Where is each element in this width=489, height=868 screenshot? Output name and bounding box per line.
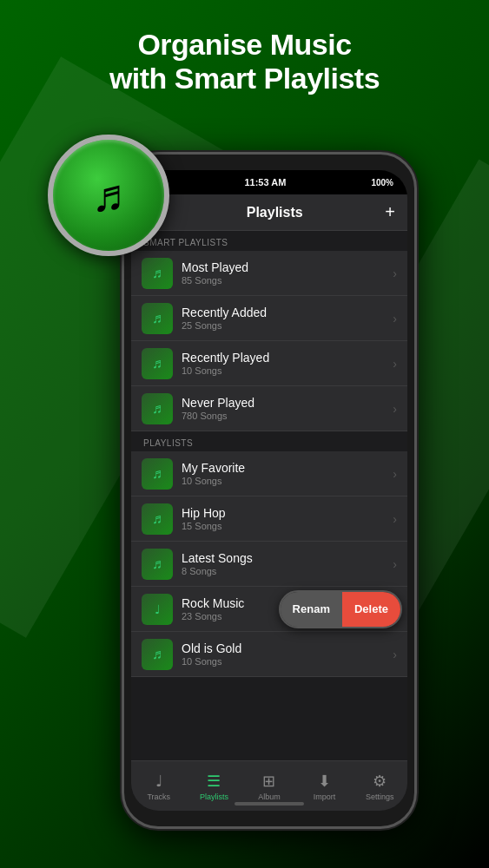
playlist-name: Recently Added	[182, 306, 393, 319]
playlist-count: 10 Songs	[182, 365, 393, 376]
chevron-icon: ›	[393, 648, 397, 661]
nav-title: Playlists	[247, 205, 303, 220]
content-area: SMART PLAYLISTS ♬ Most Played 85 Songs ›…	[131, 231, 407, 677]
rename-button[interactable]: Renam	[281, 592, 342, 627]
chevron-icon: ›	[393, 557, 397, 571]
playlist-name: Recently Played	[182, 351, 393, 365]
playlist-icon: ♬	[142, 303, 173, 334]
list-item[interactable]: ♬ Hip Hop 15 Songs ›	[131, 496, 407, 542]
list-item[interactable]: ♬ Recently Added 25 Songs ›	[131, 296, 407, 341]
chevron-icon: ›	[393, 512, 397, 526]
playlist-icon: ♬	[142, 503, 173, 535]
list-item[interactable]: ♬ Recently Played 10 Songs ›	[131, 341, 407, 386]
phone-frame: ●●● 11:53 AM 100% Edit Playlists + SMART…	[122, 152, 417, 829]
tab-tracks[interactable]: ♩ Tracks	[131, 772, 187, 801]
list-text: Most Played 85 Songs	[182, 260, 393, 286]
status-bar: ●●● 11:53 AM 100%	[131, 170, 407, 194]
list-text: Never Played 780 Songs	[182, 396, 393, 421]
list-text: Recently Played 10 Songs	[182, 351, 393, 376]
playlist-icon: ♩	[142, 594, 173, 625]
playlist-icon: ♬	[142, 258, 173, 289]
playlists-header: PLAYLISTS	[131, 431, 407, 451]
delete-button[interactable]: Delete	[342, 592, 400, 627]
playlist-icon: ♬	[142, 458, 173, 490]
import-icon: ⬇	[318, 772, 331, 791]
status-battery: 100%	[371, 178, 393, 187]
tab-settings[interactable]: ⚙ Settings	[352, 772, 407, 801]
playlist-count: 85 Songs	[182, 275, 393, 286]
album-label: Album	[258, 792, 281, 801]
list-item[interactable]: ♬ My Favorite 10 Songs ›	[131, 451, 407, 496]
add-button[interactable]: +	[385, 202, 395, 222]
import-label: Import	[314, 792, 336, 801]
playlist-name: My Favorite	[182, 461, 393, 475]
playlist-name: Old is Gold	[182, 641, 393, 655]
tracks-icon: ♩	[155, 772, 162, 791]
playlists-icon: ☰	[207, 772, 221, 791]
list-text: Recently Added 25 Songs	[182, 306, 393, 331]
playlist-name: Most Played	[182, 260, 393, 274]
app-icon-symbol: ♬	[92, 173, 126, 218]
playlist-count: 780 Songs	[182, 411, 393, 421]
playlists-label: Playlists	[200, 792, 228, 801]
playlist-count: 10 Songs	[182, 656, 393, 667]
app-icon: ♬	[48, 135, 169, 256]
settings-icon: ⚙	[373, 772, 387, 791]
playlist-count: 8 Songs	[182, 566, 393, 576]
chevron-icon: ›	[393, 266, 397, 280]
list-item[interactable]: ♬ Old is Gold 10 Songs ›	[131, 632, 407, 677]
smart-playlists-header: SMART PLAYLISTS	[131, 231, 407, 251]
playlist-count: 10 Songs	[182, 476, 393, 486]
album-icon: ⊞	[262, 772, 275, 791]
playlist-count: 25 Songs	[182, 320, 393, 331]
chevron-icon: ›	[393, 467, 397, 481]
list-text: Hip Hop 15 Songs	[182, 506, 393, 531]
playlist-name: Latest Songs	[182, 551, 393, 565]
playlist-count: 15 Songs	[182, 521, 393, 531]
swipe-action-container: Renam Delete	[279, 590, 402, 628]
tracks-label: Tracks	[147, 792, 170, 801]
playlist-icon: ♬	[142, 393, 173, 424]
chevron-icon: ›	[393, 402, 397, 416]
list-text: Old is Gold 10 Songs	[182, 641, 393, 667]
tab-import[interactable]: ⬇ Import	[297, 772, 353, 801]
chevron-icon: ›	[393, 357, 397, 371]
list-text: My Favorite 10 Songs	[182, 461, 393, 486]
page-title: Organise Music with Smart Playlists	[0, 28, 489, 95]
list-item[interactable]: ♬ Never Played 780 Songs ›	[131, 386, 407, 431]
playlist-name: Never Played	[182, 396, 393, 410]
list-item[interactable]: ♬ Most Played 85 Songs ›	[131, 251, 407, 296]
playlist-icon: ♬	[142, 348, 173, 379]
status-time: 11:53 AM	[159, 177, 371, 187]
list-item-swiped[interactable]: ♩ Rock Music 23 Songs Renam Delete	[131, 587, 407, 632]
phone-screen: ●●● 11:53 AM 100% Edit Playlists + SMART…	[131, 170, 407, 811]
list-item[interactable]: ♬ Latest Songs 8 Songs ›	[131, 542, 407, 587]
tab-album[interactable]: ⊞ Album	[241, 772, 297, 801]
settings-label: Settings	[366, 792, 394, 801]
home-indicator	[235, 802, 304, 806]
list-text: Latest Songs 8 Songs	[182, 551, 393, 576]
navigation-bar: Edit Playlists +	[131, 194, 407, 231]
playlist-icon: ♬	[142, 639, 173, 670]
chevron-icon: ›	[393, 312, 397, 326]
playlist-name: Hip Hop	[182, 506, 393, 520]
tab-playlists[interactable]: ☰ Playlists	[187, 772, 242, 801]
playlist-icon: ♬	[142, 549, 173, 580]
